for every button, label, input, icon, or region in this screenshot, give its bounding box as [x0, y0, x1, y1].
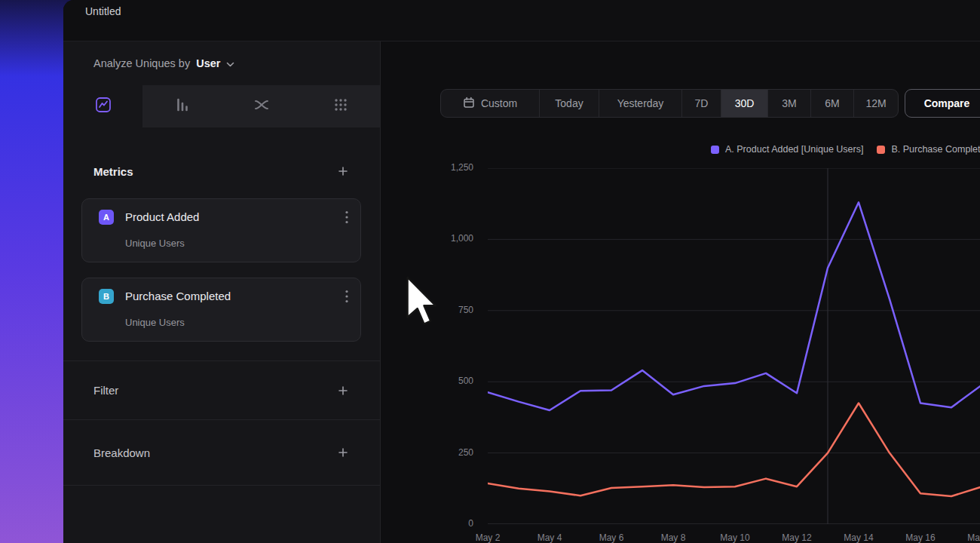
x-tick-label: May 10 [720, 532, 749, 543]
x-tick-label: May 4 [537, 532, 562, 543]
y-tick-label: 1,000 [451, 233, 473, 244]
metric-badge-a: A [99, 210, 114, 225]
range-today[interactable]: Today [540, 90, 599, 117]
x-axis-labels: May 2May 4May 6May 8May 10May 12May 14Ma… [488, 532, 980, 543]
topbar: Untitled [63, 0, 980, 41]
compare-button[interactable]: Compare [905, 89, 980, 118]
metric-subtitle[interactable]: Unique Users [125, 238, 185, 249]
series-line[interactable] [488, 403, 980, 497]
x-tick-label: May 14 [844, 532, 873, 543]
range-6m[interactable]: 6M [811, 90, 854, 117]
flows-icon [253, 96, 271, 117]
tab-retention[interactable] [301, 85, 380, 127]
date-range-group: Custom Today Yesterday 7D 30D 3M 6M 12M [440, 89, 899, 118]
x-tick-label: May 16 [905, 532, 935, 543]
x-tick-label: May 6 [599, 532, 624, 543]
tab-flows[interactable] [222, 85, 301, 127]
range-7d[interactable]: 7D [682, 90, 721, 117]
x-tick-label: May 2 [476, 532, 501, 543]
legend-swatch-a [711, 146, 719, 154]
breakdown-label: Breakdown [93, 446, 150, 459]
range-yesterday[interactable]: Yesterday [599, 90, 682, 117]
app-window: Untitled Analyze Uniques by User [63, 0, 980, 543]
line-chart-icon [94, 96, 112, 117]
series-line[interactable] [488, 202, 980, 410]
plot-area[interactable] [488, 168, 980, 524]
add-metric-button[interactable] [338, 166, 348, 176]
range-12m[interactable]: 12M [854, 90, 898, 117]
filter-label: Filter [93, 384, 118, 397]
metrics-header: Metrics [93, 155, 348, 188]
chart-legend: A. Product Added [Unique Users] B. Purch… [711, 144, 980, 155]
y-tick-label: 1,250 [451, 162, 473, 173]
tab-funnels[interactable] [142, 85, 222, 127]
analyze-by-label: Analyze Uniques by [93, 57, 190, 69]
y-tick-label: 750 [458, 305, 473, 315]
x-tick-label: May 12 [782, 532, 811, 543]
tab-insights[interactable] [63, 85, 142, 127]
retention-grid-icon [332, 96, 350, 117]
range-3m[interactable]: 3M [768, 90, 811, 117]
y-tick-label: 500 [458, 376, 473, 386]
custom-range-button[interactable]: Custom [441, 90, 540, 117]
metric-card-a[interactable]: A Product Added Unique Users [81, 198, 361, 262]
chart-panel: Custom Today Yesterday 7D 30D 3M 6M 12M … [381, 41, 980, 543]
breakdown-section: Breakdown [63, 419, 380, 486]
calendar-icon [463, 97, 475, 111]
metric-card-b[interactable]: B Purchase Completed Unique Users [81, 278, 361, 342]
filter-section: Filter [63, 360, 380, 419]
analyze-by-value[interactable]: User [196, 57, 220, 69]
screen: Untitled Analyze Uniques by User [0, 0, 980, 543]
bar-chart-icon [173, 96, 191, 117]
metric-menu-icon[interactable] [345, 290, 348, 306]
metric-title: Product Added [125, 210, 199, 223]
metrics-title: Metrics [93, 165, 133, 178]
range-30d[interactable]: 30D [721, 90, 768, 117]
report-title[interactable]: Untitled [85, 5, 121, 17]
legend-item-a[interactable]: A. Product Added [Unique Users] [711, 144, 863, 155]
add-filter-button[interactable] [338, 385, 348, 396]
x-tick-label: May 8 [661, 532, 686, 543]
y-axis-labels: 02505007501,0001,250 [381, 168, 473, 524]
legend-label-a: A. Product Added [Unique Users] [725, 144, 863, 155]
y-tick-label: 0 [468, 518, 473, 529]
metric-title: Purchase Completed [125, 290, 231, 302]
analyze-by-row: Analyze Uniques by User [63, 41, 380, 85]
metric-menu-icon[interactable] [345, 210, 348, 227]
metric-subtitle[interactable]: Unique Users [125, 317, 185, 328]
custom-range-label: Custom [481, 97, 517, 109]
legend-swatch-b [877, 146, 885, 154]
x-tick-label: May 18 [967, 532, 980, 543]
metric-badge-b: B [99, 289, 114, 304]
chart-canvas[interactable] [488, 168, 980, 524]
add-breakdown-button[interactable] [338, 447, 348, 458]
y-tick-label: 250 [458, 447, 473, 458]
legend-item-b[interactable]: B. Purchase Completed [Unique Users] [877, 144, 980, 155]
report-type-tabs [63, 85, 380, 127]
legend-label-b: B. Purchase Completed [Unique Users] [891, 144, 980, 155]
sidebar: Analyze Uniques by User [63, 41, 381, 543]
chevron-down-icon[interactable] [226, 57, 234, 70]
